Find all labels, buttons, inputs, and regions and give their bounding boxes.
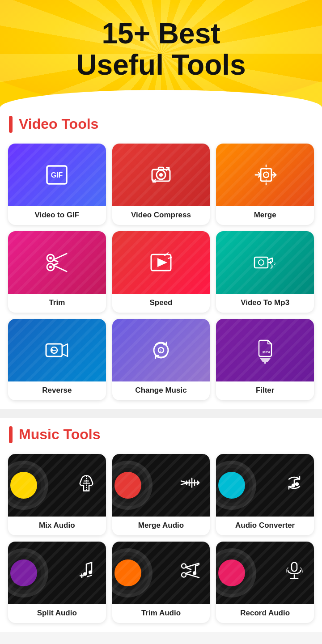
tool-record-audio-icon-area (216, 542, 314, 604)
tool-merge-audio-label: Merge Audio (112, 517, 210, 535)
tool-video-to-gif-icon-area: GIF (8, 144, 106, 206)
video-tools-grid: GIF Video to GIF Video Compress (0, 139, 322, 409)
tool-video-to-gif[interactable]: GIF Video to GIF (8, 144, 106, 225)
svg-point-53 (296, 483, 298, 485)
header: 15+ Best Useful Tools (0, 0, 322, 108)
tool-filter-label: Filter (216, 381, 314, 400)
tool-mix-audio-label: Mix Audio (8, 517, 106, 535)
svg-point-17 (49, 257, 52, 259)
tool-change-music-icon-area: ♪ (112, 319, 210, 381)
svg-marker-39 (260, 358, 271, 362)
tool-video-to-gif-label: Video to GIF (8, 206, 106, 225)
vinyl-disc-mix (8, 461, 48, 510)
svg-text:♪: ♪ (273, 260, 276, 267)
trim-icon (43, 249, 70, 276)
header-title: 15+ Best Useful Tools (9, 18, 313, 81)
tool-video-compress[interactable]: Video Compress (112, 144, 210, 225)
tool-merge-audio-icon-area (112, 454, 210, 517)
section-gap (0, 409, 322, 418)
svg-rect-5 (158, 167, 164, 170)
tool-reverse-icon-area (8, 319, 106, 381)
tool-audio-converter-label: Audio Converter (216, 517, 314, 535)
tool-merge-label: Merge (216, 206, 314, 225)
vinyl-color-merge (114, 472, 141, 499)
tool-reverse-label: Reverse (8, 381, 106, 400)
tool-trim[interactable]: Trim (8, 231, 106, 313)
vinyl-color-trim (114, 559, 141, 586)
tool-change-music[interactable]: ♪ Change Music (112, 319, 210, 400)
svg-rect-71 (292, 562, 297, 571)
convert-icon (284, 472, 305, 498)
filter-icon: MP4 (252, 337, 279, 364)
tool-split-audio-icon-area (8, 542, 106, 604)
svg-line-21 (53, 260, 58, 262)
vinyl-color-mix (10, 472, 37, 499)
svg-rect-40 (264, 362, 266, 364)
svg-line-65 (186, 573, 199, 577)
tool-split-audio-label: Split Audio (8, 604, 106, 623)
tool-mix-audio-icon-area (8, 454, 106, 517)
tool-change-music-label: Change Music (112, 381, 210, 400)
changemusic-icon: ♪ (148, 337, 174, 364)
svg-line-20 (53, 265, 67, 271)
vinyl-disc-merge (112, 461, 153, 510)
reverse-icon (43, 337, 70, 364)
svg-line-51 (294, 479, 298, 480)
tool-trim-audio-label: Trim Audio (112, 604, 210, 623)
mix-icon (76, 472, 97, 498)
svg-line-69 (195, 564, 199, 566)
tool-split-audio[interactable]: Split Audio (8, 542, 106, 623)
tool-filter-icon-area: MP4 (216, 319, 314, 381)
tool-mix-audio[interactable]: Mix Audio (8, 454, 106, 535)
music-tools-section-header: Music Tools (0, 418, 322, 449)
tool-video-compress-label: Video Compress (112, 206, 210, 225)
music-tools-grid: Mix Audio (0, 449, 322, 632)
gif-icon: GIF (43, 161, 70, 188)
compress-icon (148, 161, 174, 188)
tool-trim-icon-area (8, 231, 106, 294)
tool-video-compress-icon-area (112, 144, 210, 206)
tool-merge[interactable]: Merge (216, 144, 314, 225)
svg-point-70 (193, 572, 196, 574)
tool-reverse[interactable]: Reverse (8, 319, 106, 400)
tool-audio-converter[interactable]: Audio Converter (216, 454, 314, 535)
music-tools-bar (9, 426, 13, 443)
tool-record-audio[interactable]: Record Audio (216, 542, 314, 623)
tool-merge-audio[interactable]: Merge Audio (112, 454, 210, 535)
vinyl-color-split (10, 559, 37, 586)
music-tools-title: Music Tools (19, 426, 101, 443)
mp3-icon: ♪ ♪ (252, 249, 279, 276)
tool-speed-label: Speed (112, 294, 210, 313)
svg-line-61 (87, 575, 92, 576)
video-tools-bar (9, 116, 13, 133)
svg-marker-24 (157, 258, 167, 267)
tool-speed-icon-area (112, 231, 210, 294)
vinyl-disc-record (216, 548, 256, 597)
header-title-line2: Useful Tools (76, 49, 246, 81)
trimaudio-icon (179, 559, 201, 586)
vinyl-disc-converter (216, 461, 256, 510)
vinyl-disc-split (8, 548, 48, 597)
vinyl-color-converter (218, 472, 245, 499)
svg-rect-27 (254, 257, 268, 268)
svg-point-28 (258, 260, 264, 265)
tool-video-to-mp3[interactable]: ♪ ♪ Video To Mp3 (216, 231, 314, 313)
svg-point-18 (49, 266, 52, 268)
splitaudio-icon (76, 559, 97, 586)
tool-speed[interactable]: Speed (112, 231, 210, 313)
record-icon (284, 559, 305, 586)
tool-video-to-mp3-label: Video To Mp3 (216, 294, 314, 313)
video-tools-section-header: Video Tools (0, 108, 322, 139)
tool-trim-audio-icon-area (112, 542, 210, 604)
svg-text:GIF: GIF (51, 171, 63, 179)
speed-icon (148, 249, 174, 276)
tool-record-audio-label: Record Audio (216, 604, 314, 623)
merge-icon (252, 161, 279, 188)
tool-video-to-mp3-icon-area: ♪ ♪ (216, 231, 314, 294)
tool-trim-audio[interactable]: Trim Audio (112, 542, 210, 623)
tool-filter[interactable]: MP4 Filter (216, 319, 314, 400)
svg-line-67 (186, 571, 191, 573)
svg-text:♪: ♪ (159, 347, 162, 353)
svg-line-66 (186, 567, 191, 569)
svg-point-3 (159, 173, 163, 177)
